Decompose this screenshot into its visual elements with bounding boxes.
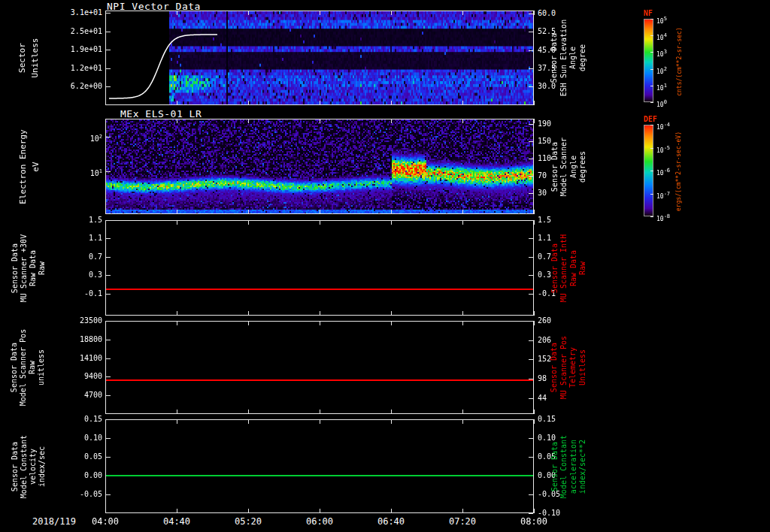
panel-5-xtickmark [534, 509, 535, 513]
panel-3-ytickmark-right [529, 238, 533, 239]
panel-2-yaxis-label-right: Angle [568, 119, 578, 214]
panel-2-xtickmark [177, 210, 177, 214]
panel-1-yaxis-label-left: Sector [18, 11, 27, 105]
panel-3-yaxis-label-right: Raw [578, 220, 587, 316]
panel-3-xtickmark [248, 220, 249, 225]
panel-4-ytick-left: 23500 [80, 316, 102, 325]
panel-3-yaxis-label-left: Raw [37, 220, 46, 316]
colorbar-tick: 10-4 [656, 122, 670, 131]
panel-3-yaxis-label-right: Raw Data [568, 220, 578, 316]
panel-4-ytickmark-left [106, 321, 111, 322]
panel-3-ytick-left: -0.1 [84, 289, 102, 298]
panel-2-yaxis-label-left: Electron Energy [18, 119, 27, 214]
panel-1-ytick-left: 3.1e+01 [71, 8, 102, 17]
panel-2-ytickmark-right [529, 141, 533, 142]
panel-3-ytick-right: 1.1 [538, 234, 551, 243]
panel-3-ytickmark-left [106, 238, 111, 239]
panel-1-plot-area [105, 11, 534, 105]
panel-5-xtickmark [105, 509, 106, 513]
panel-4-xtickmark [534, 321, 535, 325]
panel-2-ytick-right: 150 [538, 137, 551, 146]
panel-4-ytickmark-right [529, 359, 533, 360]
panel-2-xtickmark [462, 210, 463, 214]
colorbar-tickmark [650, 52, 653, 53]
panel-3-xtickmark [391, 220, 392, 225]
panel-4-ytickmark-left [106, 340, 111, 340]
panel-1-xtickmark [534, 101, 535, 105]
colorbar-tickmark [650, 102, 653, 103]
panel-5-plot-area [105, 419, 534, 513]
panel-1-xtickmark [462, 101, 463, 105]
panel-3-xtickmark [320, 311, 320, 316]
panel-1-ytickmark-right [529, 86, 533, 87]
panel-1-ytickmark-right [529, 14, 533, 14]
panel-5-xtickmark [248, 419, 249, 424]
panel-4-ytickmark-right [529, 340, 533, 341]
panel-1-ytickmark-right [529, 32, 533, 32]
panel-1-xtickmark [105, 11, 106, 15]
panel-4-yaxis-label-right: MU Scanner Pos [559, 321, 568, 414]
panel-3-ytickmark-right [529, 257, 533, 258]
colorbar-tickmark [650, 148, 653, 149]
panel-2-xtickmark [534, 119, 535, 123]
panel-1-xtickmark [534, 11, 535, 15]
panel-4-yaxis-label-left: Raw [28, 321, 37, 414]
panel-5-ytickmark-left [106, 438, 111, 439]
panel-5-yaxis-label-left: Model Constant [19, 419, 28, 513]
panel-3-ytick-right: 0.7 [538, 252, 551, 261]
panel-3-xtickmark [105, 311, 106, 316]
colorbar-tick: 10-5 [656, 145, 670, 154]
panel-1-ytickmark-right [529, 50, 533, 51]
colorbar-tick: 100 [656, 99, 667, 108]
panel-5-xtickmark [391, 509, 392, 513]
colorbar-name-def: DEF [644, 115, 657, 123]
x-tick-label: 06:40 [377, 516, 405, 527]
panel-5-ytickmark-right [529, 457, 533, 458]
panel-3-ytick-right: 0.3 [538, 271, 551, 280]
panel-4-xtickmark [534, 410, 535, 414]
panel-5-data-line [106, 475, 533, 476]
x-tick-label: 08:00 [520, 516, 547, 527]
panel-1-ytickmark-left [106, 50, 111, 50]
panel-5-ytickmark-right [529, 419, 533, 420]
panel-3-data-line [106, 289, 533, 290]
panel-1-spectrogram-canvas [106, 11, 533, 104]
panel-2-yaxis-label-right: degrees [578, 119, 587, 214]
colorbar-tickmark [650, 216, 653, 217]
panel-5-ytick-left: 0.15 [84, 415, 102, 424]
panel-3-xtickmark [462, 311, 463, 316]
panel-2-xtickmark [320, 119, 320, 123]
panel-2-xtickmark [391, 210, 392, 214]
panel-3-xtickmark [320, 220, 320, 225]
colorbar-name-nf: NF [644, 9, 653, 17]
panel-1-ytickmark-left [106, 13, 111, 14]
panel-1-yaxis-label-right: degree [578, 11, 587, 105]
panel-4-yaxis-label-right: Telemetry [568, 321, 578, 414]
panel-1-xtickmark [391, 11, 392, 15]
panel-2-spectrogram-canvas [106, 119, 533, 213]
panel-5-ytick-left: 0.05 [84, 452, 102, 461]
colorbar-tick: 102 [656, 66, 667, 75]
panel-5-yaxis-label-right: Sensor Data [550, 419, 559, 513]
panel-3-xtickmark [391, 311, 392, 316]
panel-1-xtickmark [391, 101, 392, 105]
panel-2-title: MEx ELS-01 LR [120, 108, 202, 119]
panel-1-ytickmark-right [529, 68, 533, 69]
panel-3-xtickmark [177, 220, 177, 225]
panel-5-xtickmark [177, 509, 177, 513]
panel-1-yaxis-label-right: Angle [568, 11, 578, 105]
panel-2-ytickmark-right [529, 159, 533, 159]
panel-2-xtickmark [462, 119, 463, 123]
panel-2-ytickmark-right [529, 124, 533, 125]
panel-2-xtickmark [248, 119, 249, 123]
panel-4-xtickmark [462, 410, 463, 414]
panel-2-ytick-right: 70 [538, 171, 547, 180]
panel-4-yaxis-label-right: Sensor Data [550, 321, 559, 414]
panel-5-xtickmark [462, 509, 463, 513]
colorbar-tickmark [650, 35, 653, 36]
panel-1-xtickmark [105, 101, 106, 105]
panel-4-yaxis-label-right: Unitless [578, 321, 587, 414]
panel-2-xtickmark [391, 119, 392, 123]
panel-4-ytickmark-right [529, 398, 533, 399]
panel-2-yaxis-label-right: Model Scanner [559, 119, 568, 214]
